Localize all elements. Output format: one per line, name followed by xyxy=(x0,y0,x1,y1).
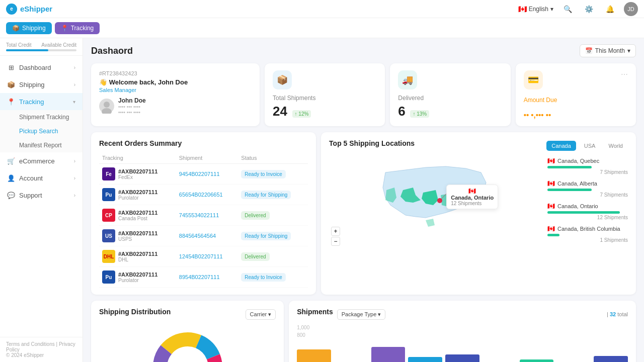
user-avatar[interactable]: JD xyxy=(624,2,638,16)
amount-label: Amount Due xyxy=(524,97,628,104)
legend-location: Canada, British Columbia xyxy=(557,226,620,232)
carrier-name: FedEx xyxy=(118,174,157,180)
zoom-out-button[interactable]: − xyxy=(331,237,340,246)
y-label-800: 800 xyxy=(297,332,305,338)
month-label: This Month xyxy=(595,47,625,54)
layout: Total Credit Available Credit ⊞ Dashboar… xyxy=(0,38,644,362)
sidebar-item-account[interactable]: 👤 Account › xyxy=(0,169,83,187)
legend-bar xyxy=(547,234,559,236)
col-tracking: Tracking xyxy=(99,152,176,164)
col-shipment: Shipment xyxy=(176,152,238,164)
welcome-text: Welcome back, John Doe xyxy=(109,78,188,86)
sidebar-item-dashboard[interactable]: ⊞ Dashboard › xyxy=(0,59,83,76)
shipment-num[interactable]: 12454B02207111 xyxy=(179,253,223,259)
sidebar-item-shipping[interactable]: 📦 Shipping › xyxy=(0,76,83,93)
user-name: John Doe xyxy=(118,97,146,104)
shipments-icon: 📦 xyxy=(273,70,292,89)
sidebar-item-shipment-tracking[interactable]: Shipment Tracking xyxy=(0,110,83,124)
shipment-num[interactable]: 9454B02207111 xyxy=(179,171,220,177)
bottom-row: Shipping Distribution Carrier ▾ xyxy=(91,301,636,362)
total-credit-label: Total Credit xyxy=(6,42,32,48)
search-button[interactable]: 🔍 xyxy=(560,2,575,16)
table-row: US #AXB02207111 USPS 884564564564 Ready … xyxy=(99,226,308,246)
user-email: •••• ••• •••• xyxy=(118,110,146,115)
map-tab-world[interactable]: World xyxy=(603,141,628,151)
credit-row: Total Credit Available Credit xyxy=(6,42,76,48)
distribution-panel: Shipping Distribution Carrier ▾ xyxy=(91,301,284,362)
delivered-badge: ↑ 13% xyxy=(410,110,429,118)
map-tab-canada[interactable]: Canada xyxy=(546,141,576,151)
welcome-tracking-num: #RT238432423 xyxy=(99,70,252,76)
page-title: Dashaord xyxy=(91,46,133,56)
shipment-num[interactable]: 8954B02207111 xyxy=(179,274,220,280)
carrier-icon: Fe xyxy=(102,167,115,180)
tracking-tab-icon: 📍 xyxy=(61,25,68,32)
bar-chart xyxy=(297,342,628,362)
total-count: 32 xyxy=(610,311,616,317)
more-icon[interactable]: ⋯ xyxy=(621,70,628,78)
bar xyxy=(594,356,628,362)
track-num: #AXB02207111 xyxy=(118,272,157,278)
table-row: Pu #AXB02207111 Purolator 65654B02206651… xyxy=(99,185,308,205)
month-selector[interactable]: 📅 This Month ▾ xyxy=(580,44,636,57)
legend-location: Canada, Ontario xyxy=(557,203,598,209)
credit-bar-fill xyxy=(6,49,48,51)
tab-tracking[interactable]: 📍 Tracking xyxy=(55,22,100,34)
carrier-selector[interactable]: Carrier ▾ xyxy=(246,309,276,320)
zoom-in-button[interactable]: + xyxy=(331,227,340,236)
dist-header: Shipping Distribution Carrier ▾ xyxy=(99,308,276,321)
flag-icon: 🇨🇦 xyxy=(547,225,555,232)
sidebar-item-ecommerce[interactable]: 🛒 eCommerce › xyxy=(0,152,83,169)
cards-row: #RT238432423 👋 Welcome back, John Doe Sa… xyxy=(91,63,636,126)
stat-header: 💳 ⋯ xyxy=(524,70,628,89)
tracking-tab-label: Tracking xyxy=(71,25,94,32)
package-type-selector[interactable]: Package Type ▾ xyxy=(337,309,386,320)
pkg-label: Package Type xyxy=(342,311,377,317)
sidebar-item-support[interactable]: 💬 Support › xyxy=(0,187,83,204)
user-row: John Doe •••• ••• •••• •••• ••• •••• xyxy=(99,97,252,115)
sidebar-item-pickup-search[interactable]: Pickup Search xyxy=(0,124,83,138)
carrier-name: DHL xyxy=(118,257,157,262)
language-selector[interactable]: 🇨🇦 English ▾ xyxy=(518,5,553,13)
status-badge: Delivered xyxy=(241,252,269,261)
shipments-chart-panel: Shipments Package Type ▾ | 32 total 1,00… xyxy=(289,301,636,362)
sidebar-footer: Terms and Conditions | Privacy Policy © … xyxy=(0,337,83,362)
carrier-name: Purolator xyxy=(118,278,157,283)
credits-section: Total Credit Available Credit xyxy=(0,38,83,56)
chevron-icon: › xyxy=(74,158,75,164)
sidebar-item-support-label: Support xyxy=(19,192,42,199)
shipment-num[interactable]: 65654B02206651 xyxy=(179,192,223,198)
ship-header: Shipments Package Type ▾ | 32 total xyxy=(297,308,628,321)
map-tab-usa[interactable]: USA xyxy=(579,141,601,151)
status-badge: Ready to Invoice xyxy=(241,170,286,178)
welcome-card: #RT238432423 👋 Welcome back, John Doe Sa… xyxy=(91,63,260,126)
terms-link[interactable]: Terms and Conditions xyxy=(6,341,55,347)
user-role[interactable]: Sales Manager xyxy=(99,87,252,93)
bar-col xyxy=(594,356,628,362)
orders-title: Recent Orders Summary xyxy=(99,139,308,147)
sidebar-item-tracking[interactable]: 📍 Tracking ▾ xyxy=(0,93,83,110)
sidebar-item-manifest-report[interactable]: Manifest Report xyxy=(0,138,83,152)
language-label: English xyxy=(529,6,548,13)
shipment-num[interactable]: 884564564564 xyxy=(179,233,216,239)
legend-label: 🇨🇦 Canada, British Columbia xyxy=(547,225,628,232)
legend-count: 7 Shipments xyxy=(547,169,628,175)
settings-button[interactable]: ⚙️ xyxy=(582,2,596,16)
bar-col xyxy=(445,354,479,362)
dashboard-icon: ⊞ xyxy=(7,63,15,71)
account-icon: 👤 xyxy=(7,174,15,182)
chevron-icon: › xyxy=(74,82,75,87)
shipment-num[interactable]: 7455534022111 xyxy=(179,212,219,218)
main-header: Dashaord 📅 This Month ▾ xyxy=(91,44,636,57)
notifications-button[interactable]: 🔔 xyxy=(603,2,617,16)
svg-point-1 xyxy=(102,108,112,114)
status-badge: Ready for Shipping xyxy=(241,232,291,240)
bar xyxy=(445,354,479,362)
map-header: Top 5 Shipping Locations Canada USA Worl… xyxy=(329,139,628,152)
col-status: Status xyxy=(238,152,308,164)
sidebar-item-shipping-label: Shipping xyxy=(19,81,45,88)
topbar: e eShipper 🇨🇦 English ▾ 🔍 ⚙️ 🔔 JD xyxy=(0,0,644,18)
tracking-cell: US #AXB02207111 USPS xyxy=(102,229,173,242)
map-title: Top 5 Shipping Locations xyxy=(329,139,415,147)
tab-shipping[interactable]: 📦 Shipping xyxy=(6,22,52,34)
